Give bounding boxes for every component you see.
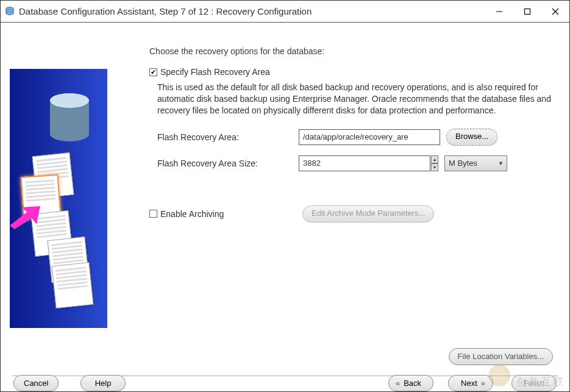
svg-rect-3 [525, 9, 530, 14]
back-button[interactable]: « Back [388, 375, 433, 391]
next-label: Next [461, 379, 477, 388]
titlebar: Database Configuration Assistant, Step 7… [1, 1, 569, 23]
specify-flash-recovery-label: Specify Flash Recovery Area [160, 67, 270, 77]
maximize-button[interactable] [513, 2, 541, 21]
chevron-right-icon: » [481, 379, 485, 388]
minimize-button[interactable] [485, 2, 513, 21]
size-unit-value: M Bytes [449, 159, 477, 168]
window: Database Configuration Assistant, Step 7… [0, 0, 570, 392]
size-unit-combo[interactable]: M Bytes ▼ [444, 155, 507, 171]
svg-marker-8 [10, 206, 40, 229]
flash-recovery-area-label: Flash Recovery Area: [157, 132, 299, 142]
specify-flash-recovery-checkbox[interactable]: ✔ [149, 68, 157, 76]
finish-button[interactable]: Finish [511, 375, 557, 391]
browse-button[interactable]: Browse... [446, 129, 497, 146]
flash-recovery-description: This is used as the default for all disk… [157, 82, 554, 116]
flash-recovery-area-input[interactable] [299, 129, 440, 145]
flash-recovery-area-row: Flash Recovery Area: Browse... [157, 129, 554, 146]
size-spin-down[interactable]: ▼ [431, 163, 438, 171]
edit-archive-mode-button[interactable]: Edit Archive Mode Parameters... [302, 205, 434, 223]
cancel-button[interactable]: Cancel [13, 375, 59, 391]
chevron-left-icon: « [396, 379, 400, 388]
enable-archiving-row: Enable Archiving Edit Archive Mode Param… [149, 205, 554, 223]
svg-point-7 [50, 93, 89, 108]
window-title: Database Configuration Assistant, Step 7… [19, 6, 312, 16]
enable-archiving-checkbox[interactable] [149, 210, 157, 218]
main-panel: Choose the recovery options for the data… [149, 46, 554, 225]
file-location-variables-button[interactable]: File Location Variables... [449, 348, 553, 365]
sidebar-illustration [10, 69, 107, 328]
arrow-icon [10, 206, 40, 229]
flash-recovery-size-row: Flash Recovery Area Size: ▲ ▼ M Bytes ▼ [157, 155, 554, 171]
size-spin-up[interactable]: ▲ [431, 155, 438, 163]
window-controls [485, 2, 569, 21]
page-icon [52, 262, 94, 308]
page-heading: Choose the recovery options for the data… [149, 46, 554, 56]
flash-recovery-size-input[interactable] [299, 155, 430, 171]
database-icon [45, 92, 94, 153]
chevron-down-icon: ▼ [498, 160, 504, 166]
enable-archiving-label: Enable Archiving [160, 209, 302, 219]
help-button[interactable]: Help [80, 375, 126, 391]
footer: Cancel Help « Back Next » Finish [1, 372, 569, 391]
back-label: Back [404, 379, 421, 388]
specify-flash-recovery-row: ✔ Specify Flash Recovery Area [149, 67, 554, 77]
flash-recovery-size-label: Flash Recovery Area Size: [157, 159, 299, 168]
next-button[interactable]: Next » [448, 375, 493, 391]
app-icon [4, 5, 15, 18]
close-button[interactable] [541, 2, 569, 21]
